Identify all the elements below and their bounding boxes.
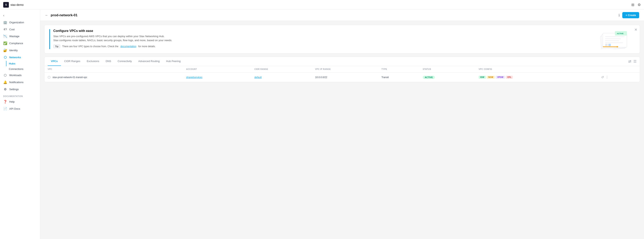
tabs-bar: VPCs CIDR Ranges Exclusions DNS Connecti… xyxy=(44,57,640,66)
content-header: ← prod-network-01 ℹ + Create xyxy=(40,10,644,21)
banner-body: Configure VPCs with ease Stax VPCs are p… xyxy=(53,29,592,49)
user-settings-icon[interactable]: ⚙ xyxy=(638,2,641,7)
main-layout: ‹ 🏢 Organization 🏷 Cost 📉 Wastage ✅ Comp… xyxy=(0,10,644,239)
sidebar-item-cost[interactable]: 🏷 Cost xyxy=(0,26,40,33)
cidr-range-link[interactable]: default xyxy=(254,76,262,79)
sidebar-sublabel-connections: Connections xyxy=(9,67,23,70)
app-logo: S xyxy=(3,2,9,8)
cell-status: ACTIVE xyxy=(420,72,476,82)
col-header-account: ACCOUNT xyxy=(183,66,251,72)
help-icon: ❓ xyxy=(3,100,7,104)
cell-type: Transit xyxy=(378,72,419,82)
cell-vpc-ip-range: 10.0.0.0/22 xyxy=(312,72,378,82)
col-header-cidr-range: CIDR RANGE xyxy=(251,66,312,72)
col-header-vpc-config: VPC CONFIG xyxy=(476,66,598,72)
sidebar-label-cost: Cost xyxy=(9,28,15,31)
config-badge-ngw: NGW xyxy=(487,76,495,79)
sidebar-collapse-button[interactable]: ‹ xyxy=(0,12,40,19)
info-icon[interactable]: ℹ xyxy=(618,13,620,17)
tip-suffix: for more details. xyxy=(138,45,156,48)
sidebar: ‹ 🏢 Organization 🏷 Cost 📉 Wastage ✅ Comp… xyxy=(0,10,40,239)
sidebar-item-settings[interactable]: ⚙ Settings xyxy=(0,86,40,93)
banner-title: Configure VPCs with ease xyxy=(53,29,592,33)
create-button[interactable]: + Create xyxy=(622,12,639,18)
sidebar-label-identity: Identity xyxy=(9,49,18,52)
banner-description: Stax VPCs are pre-configured AWS VPCs th… xyxy=(53,34,592,42)
topbar-left: S stax-demo xyxy=(3,2,24,8)
sidebar-sub-networks: Hubs Connections xyxy=(0,61,40,72)
sidebar-item-organization[interactable]: 🏢 Organization xyxy=(0,19,40,26)
sidebar-item-workloads[interactable]: ⬡ Workloads xyxy=(0,72,40,79)
sidebar-label-workloads: Workloads xyxy=(9,74,22,77)
tab-hub-peering[interactable]: Hub Peering xyxy=(163,57,184,66)
sidebar-item-api-docs[interactable]: 📄 API Docs xyxy=(0,105,40,112)
sidebar-label-settings: Settings xyxy=(9,88,19,91)
col-header-vpc: VPC xyxy=(44,66,183,72)
sidebar-item-networks[interactable]: ⬡ Networks xyxy=(0,54,40,61)
col-header-type: TYPE xyxy=(378,66,419,72)
header-actions: ℹ + Create xyxy=(618,12,639,18)
status-badge: ACTIVE xyxy=(423,76,435,79)
vpc-network-icon: ⬡ xyxy=(48,75,50,79)
compliance-icon: ✅ xyxy=(3,41,7,45)
sidebar-label-api-docs: API Docs xyxy=(9,107,20,110)
sidebar-label-wastage: Wastage xyxy=(9,35,20,38)
app-name: stax-demo xyxy=(10,3,24,6)
sidebar-item-wastage[interactable]: 📉 Wastage xyxy=(0,33,40,40)
cell-account: sharedservices xyxy=(183,72,251,82)
content-area: ← prod-network-01 ℹ + Create Configure V… xyxy=(40,10,644,239)
sidebar-subitem-hubs[interactable]: Hubs xyxy=(6,61,40,66)
sidebar-label-notifications: Notifications xyxy=(9,81,24,84)
tab-dns[interactable]: DNS xyxy=(102,57,114,66)
banner-close-button[interactable]: ✕ xyxy=(634,27,637,32)
svg-text:ACTIVE: ACTIVE xyxy=(617,32,624,34)
cost-icon: 🏷 xyxy=(3,27,7,31)
cell-row-actions: ↺ ⋮ xyxy=(598,72,640,82)
cell-vpc-config: IGW NGW VPGW CFL xyxy=(476,72,598,82)
api-docs-icon: 📄 xyxy=(3,107,7,111)
tab-advanced-routing[interactable]: Advanced Routing xyxy=(135,57,163,66)
settings-icon: ⚙ xyxy=(3,87,7,91)
topbar-right: ⊞ ⚙ xyxy=(631,2,641,7)
tab-connectivity[interactable]: Connectivity xyxy=(114,57,135,66)
grid-icon[interactable]: ⊞ xyxy=(631,2,634,7)
documentation-link[interactable]: documentation xyxy=(120,45,136,48)
col-header-status: STATUS xyxy=(420,66,476,72)
col-header-vpc-ip-range: VPC IP RANGE xyxy=(312,66,378,72)
workloads-icon: ⬡ xyxy=(3,73,7,77)
sidebar-subitem-connections[interactable]: Connections xyxy=(9,66,40,72)
list-view-icon[interactable]: ☰ xyxy=(633,59,636,64)
vpcs-table: VPC ACCOUNT CIDR RANGE VPC IP RANGE TYPE… xyxy=(44,66,640,82)
sidebar-label-compliance: Compliance xyxy=(9,42,23,45)
cell-cidr-range: default xyxy=(251,72,312,82)
share-icon[interactable]: ⇄ xyxy=(628,59,631,64)
sidebar-label-help: Help xyxy=(9,100,15,103)
config-badges: IGW NGW VPGW CFL xyxy=(479,76,595,79)
sidebar-label-networks: Networks xyxy=(9,56,21,59)
tabs-section: VPCs CIDR Ranges Exclusions DNS Connecti… xyxy=(44,57,640,82)
more-options-icon[interactable]: ⋮ xyxy=(606,75,608,79)
restore-icon[interactable]: ↺ xyxy=(601,75,604,79)
sidebar-sublabel-hubs: Hubs xyxy=(9,62,16,65)
account-link[interactable]: sharedservices xyxy=(186,76,202,79)
tab-vpcs[interactable]: VPCs xyxy=(48,57,61,66)
sidebar-item-identity[interactable]: 🔐 Identity xyxy=(0,47,40,54)
notifications-icon: 🔔 xyxy=(3,80,7,84)
configure-vpc-banner: Configure VPCs with ease Stax VPCs are p… xyxy=(44,25,640,53)
sidebar-item-compliance[interactable]: ✅ Compliance xyxy=(0,40,40,47)
vpc-name-cell: ⬡ stax-prod-network-01-transit-vpc xyxy=(48,75,180,79)
tabs-actions: ⇄ ☰ xyxy=(628,59,636,64)
organization-icon: 🏢 xyxy=(3,20,7,24)
tab-cidr-ranges[interactable]: CIDR Ranges xyxy=(61,57,84,66)
banner-tip: Tip There are four VPC types to choose f… xyxy=(53,45,592,48)
tip-badge: Tip xyxy=(53,45,60,48)
sidebar-item-notifications[interactable]: 🔔 Notifications xyxy=(0,79,40,86)
identity-icon: 🔐 xyxy=(3,48,7,52)
back-button[interactable]: ← xyxy=(45,13,48,17)
tab-exclusions[interactable]: Exclusions xyxy=(84,57,102,66)
vpc-name-text: stax-prod-network-01-transit-vpc xyxy=(52,76,87,79)
sidebar-item-help[interactable]: ❓ Help xyxy=(0,98,40,105)
chevron-left-icon: ‹ xyxy=(3,14,4,17)
tip-text: There are four VPC types to choose from.… xyxy=(62,45,118,48)
config-badge-igw: IGW xyxy=(479,76,486,79)
